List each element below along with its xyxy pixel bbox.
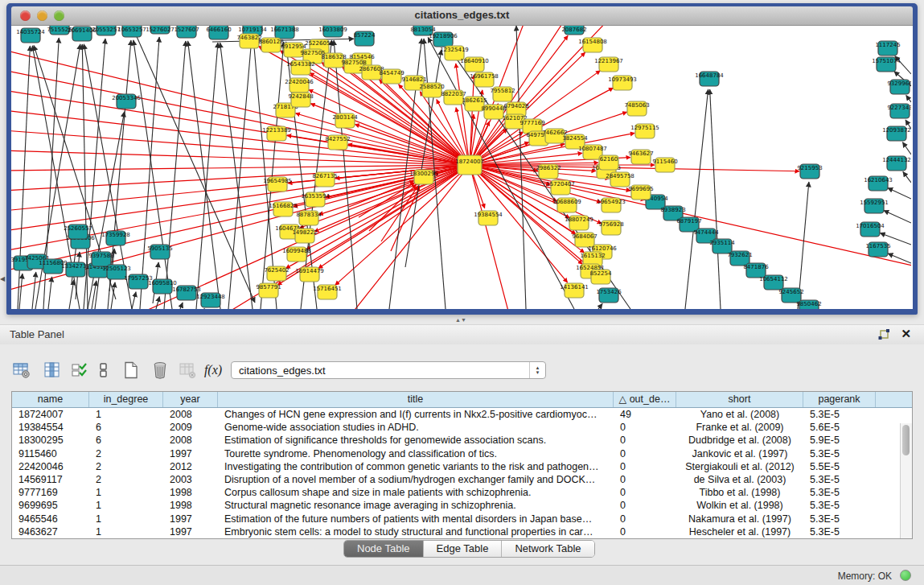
table-cell: 5.6E-5 — [803, 421, 876, 434]
table-cell: 9463627 — [12, 525, 89, 538]
graph-node-label: 16120746 — [588, 245, 617, 252]
graph-node-label: 16648784 — [695, 72, 724, 79]
table-settings-icon[interactable] — [10, 358, 34, 382]
tab-node-table[interactable]: Node Table — [344, 541, 424, 557]
table-cell: 0 — [614, 460, 676, 473]
window-titlebar[interactable]: citations_edges.txt — [11, 6, 913, 26]
table-cell: 5.3E-5 — [803, 486, 876, 499]
table-cell: 9465546 — [12, 513, 89, 525]
table-cell: 2 — [89, 460, 163, 473]
network-view-window: citations_edges.txt 14035724751552620691… — [6, 3, 918, 315]
function-icon[interactable]: f(x) — [201, 358, 225, 382]
graph-node-label: 8267135 — [312, 173, 337, 179]
graph-edge — [156, 296, 159, 309]
column-header-short[interactable]: short — [676, 392, 803, 407]
table-row[interactable]: 977716911998Corpus callosum shape and si… — [12, 486, 912, 499]
graph-edge — [906, 95, 911, 102]
table-cell: 6 — [89, 421, 163, 434]
table-cell: Estimation of significance thresholds fo… — [218, 434, 614, 447]
row-check-icon[interactable] — [68, 358, 92, 382]
table-source-select[interactable]: citations_edges.txt ▲▼ — [231, 361, 546, 379]
new-document-icon[interactable] — [119, 358, 143, 382]
graph-node-label: 1615132 — [580, 253, 605, 259]
graph-node-label: 15716451 — [313, 286, 342, 292]
table-cell: Estimation of the future numbers of pati… — [218, 513, 614, 525]
table-cell: 9115460 — [12, 447, 89, 460]
collapse-handle-icon[interactable]: ◀ — [0, 275, 5, 282]
table-row[interactable]: 946554611997Estimation of the future num… — [12, 513, 912, 525]
table-body: 1872400712008Changes of HCN gene express… — [12, 408, 912, 538]
delete-trash-icon[interactable] — [148, 358, 172, 382]
graph-node-label: 9850462 — [796, 301, 821, 307]
table-header-row: namein_degreeyeartitle△ out_de…shortpage… — [12, 392, 912, 408]
graph-edge — [391, 187, 420, 251]
graph-node-label: 1862615 — [462, 97, 487, 104]
column-header-out_de[interactable]: △ out_de… — [614, 392, 676, 407]
table-panel-header: Table Panel ✕ — [0, 324, 924, 345]
column-header-year[interactable]: year — [163, 392, 218, 407]
graph-node-label: 9777169 — [519, 120, 544, 126]
graph-node-label: 15592951 — [860, 200, 889, 206]
table-row[interactable]: 946362711997Embryonic stem cells: a mode… — [12, 525, 912, 538]
graph-edge — [11, 90, 470, 165]
graph-node-label: 6794028 — [503, 103, 528, 109]
graph-node-label: 8427552 — [325, 136, 350, 142]
cell-pair-icon[interactable] — [92, 358, 116, 382]
graph-node-label: 9329966 — [887, 80, 911, 87]
table-row[interactable]: 969969511998Structural magnetic resonanc… — [12, 499, 912, 512]
table-cell: 5.3E-5 — [803, 473, 876, 486]
graph-node-label: 8454749 — [379, 70, 404, 76]
graph-edge — [598, 303, 602, 309]
graph-edge — [349, 165, 470, 309]
table-vscrollbar[interactable] — [900, 423, 912, 538]
table-cell: 5.9E-5 — [803, 434, 876, 447]
graph-node-label: 12213967 — [594, 58, 623, 64]
table-cell: 2 — [89, 447, 163, 460]
graph-node-label: 9242848 — [288, 93, 313, 100]
split-pane-handle[interactable]: ▲▼ — [453, 317, 469, 323]
graph-node-label: 16154808 — [578, 39, 607, 45]
graph-edge — [32, 272, 36, 309]
graph-node-label: 16914479 — [295, 268, 324, 274]
graph-node-label: 9397588 — [88, 253, 113, 259]
tab-edge-table[interactable]: Edge Table — [424, 541, 503, 557]
table-cell: 5.3E-5 — [803, 513, 876, 525]
graph-node-label: 8938923 — [660, 207, 685, 213]
graph-edge — [132, 292, 136, 309]
graph-node-label: 8860128 — [258, 39, 283, 45]
table-cell: 6 — [89, 434, 163, 447]
graph-node-label: 16095810 — [148, 280, 177, 286]
graph-node-label: 2087682 — [561, 27, 586, 33]
table-panel-body: f(x) citations_edges.txt ▲▼ namein_degre… — [0, 344, 924, 565]
table-cell: 2012 — [163, 460, 218, 473]
graph-node-label: 12444132 — [882, 157, 911, 163]
table-row[interactable]: 2242004622012Investigating the contribut… — [12, 460, 912, 473]
table-cell: 19384554 — [12, 421, 89, 434]
float-panel-icon[interactable] — [877, 328, 890, 341]
graph-edge — [11, 165, 470, 271]
graph-node-label: 19218906 — [429, 33, 458, 39]
table-cell: 1 — [89, 513, 163, 525]
graph-node-label: 15751074 — [872, 58, 901, 64]
column-header-in_degree[interactable]: in_degree — [89, 392, 163, 407]
tab-network-table[interactable]: Network Table — [502, 541, 593, 557]
window-title: citations_edges.txt — [11, 9, 913, 21]
network-canvas[interactable]: 1403572475155262069140620553257106532571… — [11, 26, 911, 309]
graph-node-label: 9699695 — [628, 186, 653, 192]
graph-node-label: 2935114 — [709, 240, 735, 246]
memory-ok-led-icon[interactable] — [900, 570, 911, 581]
column-header-name[interactable]: name — [12, 392, 89, 407]
close-panel-icon[interactable]: ✕ — [901, 327, 911, 341]
table-row[interactable]: 911546021997Tourette syndrome. Phenomeno… — [12, 447, 912, 460]
column-header-pagerank[interactable]: pagerank — [803, 392, 876, 407]
scrollbar-thumb[interactable] — [902, 425, 910, 455]
table-column-icon[interactable] — [40, 358, 64, 382]
table-row[interactable]: 1872400712008Changes of HCN gene express… — [12, 408, 912, 421]
table-row[interactable]: 1456911722003Disruption of a novel membe… — [12, 473, 912, 486]
graph-node-label: 5905135 — [147, 245, 172, 252]
table-row[interactable]: 1938455462009Genome-wide association stu… — [12, 421, 912, 434]
table-cell: 0 — [614, 525, 676, 538]
table-row[interactable]: 1830029562008Estimation of significance … — [12, 434, 912, 447]
table-cell: 5.3E-5 — [803, 525, 876, 538]
column-header-title[interactable]: title — [218, 392, 614, 407]
